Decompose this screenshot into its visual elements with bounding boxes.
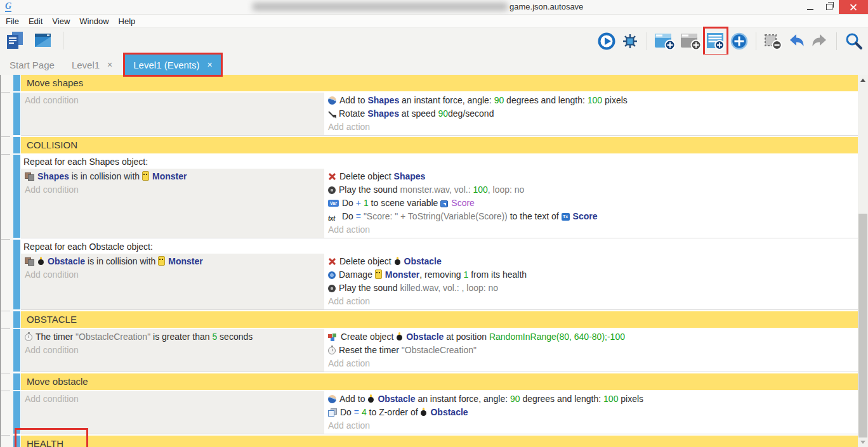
foreach-header[interactable]: Repeat for each Obstacle object: xyxy=(21,240,858,254)
add-action-button[interactable]: Add action xyxy=(324,223,858,236)
action-row[interactable]: Rotate Shapes at speed 90deg/second xyxy=(324,107,858,120)
tab-level1[interactable]: Level1× xyxy=(67,55,117,75)
damage-icon xyxy=(328,271,336,279)
text-segment: Score xyxy=(573,211,598,221)
action-row[interactable]: Delete object Shapes xyxy=(324,170,858,183)
action-row[interactable]: Create object Obstacle at position Rando… xyxy=(324,330,858,344)
menu-item-view[interactable]: View xyxy=(52,16,70,26)
conditions-column[interactable]: Shapes is in collision with MonsterAdd c… xyxy=(21,169,324,238)
action-row[interactable]: Add to Shapes an instant force, angle: 9… xyxy=(324,94,858,107)
actions-column[interactable]: Add to Obstacle an instant force, angle:… xyxy=(324,391,858,434)
group-title: OBSTACLE xyxy=(27,314,77,325)
minimize-button[interactable] xyxy=(801,0,820,14)
action-row[interactable]: Do = 4 to Z-order of Obstacle xyxy=(324,406,858,419)
redacted-title-blur xyxy=(253,3,508,11)
search-button[interactable] xyxy=(844,32,863,51)
actions-column[interactable]: Delete object ObstacleDamage Monster, re… xyxy=(324,254,858,309)
force-icon xyxy=(328,395,336,403)
action-row[interactable]: Play the sound monster.wav, vol.: 100, l… xyxy=(324,183,858,197)
menu-item-window[interactable]: Window xyxy=(79,16,109,26)
scrollbar-thumb[interactable] xyxy=(858,214,867,437)
obstacle-icon xyxy=(396,333,403,341)
action-row[interactable]: Damage Monster, removing 1 from its heal… xyxy=(324,268,858,282)
group-title: Move obstacle xyxy=(27,376,88,387)
event-group-collision[interactable]: COLLISION xyxy=(21,137,858,153)
actions-column[interactable]: Create object Obstacle at position Rando… xyxy=(324,329,858,372)
toolbar-separator xyxy=(63,32,63,49)
conditions-column[interactable]: Add condition xyxy=(21,391,324,434)
tab-close-icon[interactable]: × xyxy=(107,60,112,70)
close-button[interactable] xyxy=(839,0,868,14)
group-title: COLLISION xyxy=(27,139,77,150)
add-external-events-button[interactable] xyxy=(705,29,727,54)
redo-button[interactable] xyxy=(810,32,829,51)
menu-item-edit[interactable]: Edit xyxy=(29,16,43,26)
action-row[interactable]: Do + 1 to scene variable Score xyxy=(324,197,858,210)
add-condition-button[interactable]: Add condition xyxy=(21,392,324,406)
action-row[interactable]: Add to Obstacle an instant force, angle:… xyxy=(324,392,858,406)
text-segment: 90 xyxy=(510,394,520,404)
scene-editor-icon[interactable] xyxy=(33,31,53,50)
text-segment: RandomInRange(80, 640-80);-100 xyxy=(489,332,625,342)
action-row[interactable]: Delete object Obstacle xyxy=(324,255,858,268)
run-button[interactable] xyxy=(597,32,616,51)
close-icon xyxy=(850,3,857,11)
add-action-button[interactable]: Add action xyxy=(324,419,858,432)
annotation-box-health xyxy=(15,428,88,447)
text-segment: is in collision with xyxy=(69,171,142,181)
event: Add conditionAdd to Shapes an instant fo… xyxy=(21,93,858,136)
text-segment: deg/second xyxy=(448,108,494,119)
event-group-health[interactable]: HEALTH xyxy=(21,436,858,447)
conditions-column[interactable]: Add condition xyxy=(21,93,324,135)
text-segment: Score xyxy=(451,198,475,208)
add-condition-button[interactable]: Add condition xyxy=(21,344,324,357)
undo-button[interactable] xyxy=(787,32,806,51)
conditions-column[interactable]: Obstacle is in collision with MonsterAdd… xyxy=(21,254,324,309)
deselect-instances-button[interactable] xyxy=(763,32,782,51)
action-row[interactable]: Play the sound killed.wav, vol.: , loop:… xyxy=(324,282,858,295)
text-segment: Damage xyxy=(339,269,375,280)
tab-close-icon[interactable]: × xyxy=(207,60,213,70)
menu-bar: FileEditViewWindowHelp xyxy=(0,15,868,28)
maximize-button[interactable] xyxy=(820,0,839,14)
conditions-column[interactable]: The timer "ObstacleCreation" is greater … xyxy=(21,329,324,372)
action-row[interactable]: Reset the timer "ObstacleCreation" xyxy=(324,344,858,357)
actions-column[interactable]: Add to Shapes an instant force, angle: 9… xyxy=(324,93,858,135)
text-segment: Add to xyxy=(339,394,367,404)
text-segment: pixels xyxy=(618,394,643,404)
add-condition-button[interactable]: Add condition xyxy=(21,183,324,197)
text-segment: degrees and length: xyxy=(520,394,604,404)
add-action-button[interactable]: Add action xyxy=(324,120,858,134)
text-segment: Play the sound xyxy=(339,185,400,195)
condition-row[interactable]: Shapes is in collision with Monster xyxy=(21,170,324,183)
text-segment: killed.wav, vol.: , loop: no xyxy=(400,283,499,293)
action-row[interactable]: Do = "Score: " + ToString(Variable(Score… xyxy=(324,210,858,223)
tab-start-page[interactable]: Start Page xyxy=(5,55,59,75)
condition-row[interactable]: The timer "ObstacleCreation" is greater … xyxy=(21,330,324,344)
add-action-button[interactable]: Add action xyxy=(324,357,858,370)
menu-item-help[interactable]: Help xyxy=(119,16,136,26)
toolbar-right xyxy=(597,32,863,51)
text-segment: Shapes xyxy=(394,171,426,181)
menu-item-file[interactable]: File xyxy=(6,16,19,26)
add-scene-button[interactable] xyxy=(654,32,676,51)
scroll-up-button[interactable] xyxy=(858,75,868,85)
event-group-move-shapes[interactable]: Move shapes xyxy=(21,75,858,91)
add-external-layout-button[interactable] xyxy=(680,32,702,51)
text-segment: Obstacle xyxy=(430,407,468,417)
event-group-obstacle[interactable]: OBSTACLE xyxy=(21,311,858,328)
vertical-scrollbar[interactable] xyxy=(858,75,868,447)
project-manager-icon[interactable] xyxy=(5,31,25,50)
debug-button[interactable] xyxy=(621,32,640,51)
add-action-button[interactable]: Add action xyxy=(324,295,858,308)
actions-column[interactable]: Delete object ShapesPlay the sound monst… xyxy=(324,169,858,238)
text-segment: "ObstacleCreation" xyxy=(402,345,477,355)
add-object-button[interactable] xyxy=(730,32,749,51)
foreach-header[interactable]: Repeat for each Shapes object: xyxy=(21,155,858,169)
tab-level1-events[interactable]: Level1 (Events)× xyxy=(125,55,220,75)
add-condition-button[interactable]: Add condition xyxy=(21,94,324,107)
condition-row[interactable]: Obstacle is in collision with Monster xyxy=(21,255,324,268)
scroll-down-button[interactable] xyxy=(858,437,868,447)
add-condition-button[interactable]: Add condition xyxy=(21,268,324,282)
event-group-move-obstacle[interactable]: Move obstacle xyxy=(21,373,858,390)
